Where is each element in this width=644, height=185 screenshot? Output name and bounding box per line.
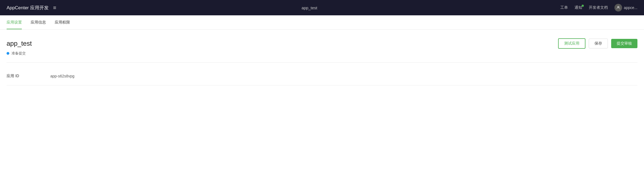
status-row: 准备提交: [7, 51, 637, 56]
submit-review-button[interactable]: 提交审核: [611, 39, 637, 48]
top-nav: AppCenter 应用开发 ≡ app_test 工单 通知 开发者文档 ap…: [0, 0, 644, 15]
app-header-actions: 测试应用 保存 提交审核: [558, 38, 637, 49]
user-menu[interactable]: appce...: [614, 4, 637, 11]
nav-right: 工单 通知 开发者文档 appce...: [560, 4, 637, 11]
docs-link[interactable]: 开发者文档: [589, 5, 608, 10]
notification-link[interactable]: 通知: [575, 5, 582, 10]
app-id-label: 应用 ID: [7, 74, 50, 79]
app-title: app_test: [7, 40, 32, 47]
tab-app-info[interactable]: 应用信息: [26, 15, 50, 29]
divider-1: [7, 62, 637, 63]
brand-title: AppCenter 应用开发: [7, 5, 49, 11]
nav-app-name: app_test: [301, 5, 317, 10]
ticket-link[interactable]: 工单: [560, 5, 568, 10]
main-content: app_test 测试应用 保存 提交审核 准备提交 应用 ID app-s62…: [0, 30, 644, 85]
tab-app-settings[interactable]: 应用设置: [7, 15, 26, 29]
sub-nav: 应用设置 应用信息 应用权限: [0, 15, 644, 30]
user-avatar-icon: [614, 4, 622, 11]
tab-app-permissions[interactable]: 应用权限: [50, 15, 74, 29]
notification-dot: [582, 5, 584, 7]
nav-center: app_test: [63, 5, 556, 10]
app-id-value: app-s62s8vpg: [50, 74, 74, 78]
divider-2: [7, 85, 637, 85]
status-dot-icon: [7, 52, 9, 55]
app-id-row: 应用 ID app-s62s8vpg: [7, 67, 637, 85]
menu-icon[interactable]: ≡: [53, 5, 56, 11]
test-app-button[interactable]: 测试应用: [558, 38, 585, 49]
status-text: 准备提交: [11, 51, 26, 56]
app-header-row: app_test 测试应用 保存 提交审核: [7, 38, 637, 49]
user-name: appce...: [624, 5, 637, 10]
save-button[interactable]: 保存: [589, 39, 608, 48]
